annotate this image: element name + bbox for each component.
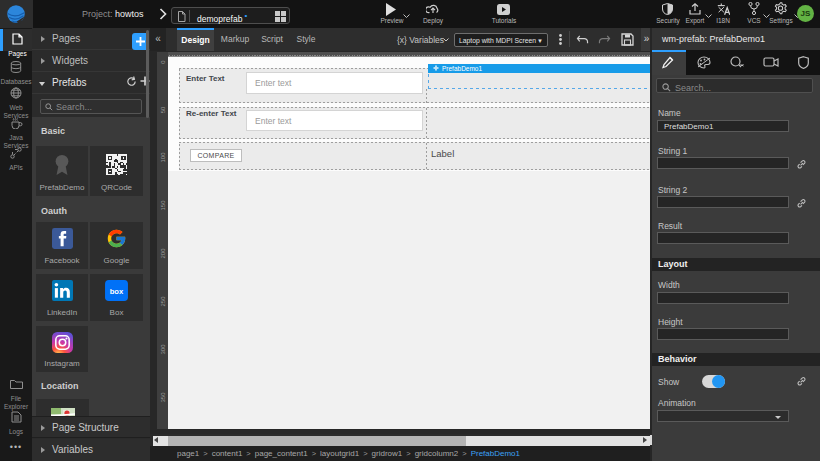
svg-text:box: box — [110, 287, 124, 296]
